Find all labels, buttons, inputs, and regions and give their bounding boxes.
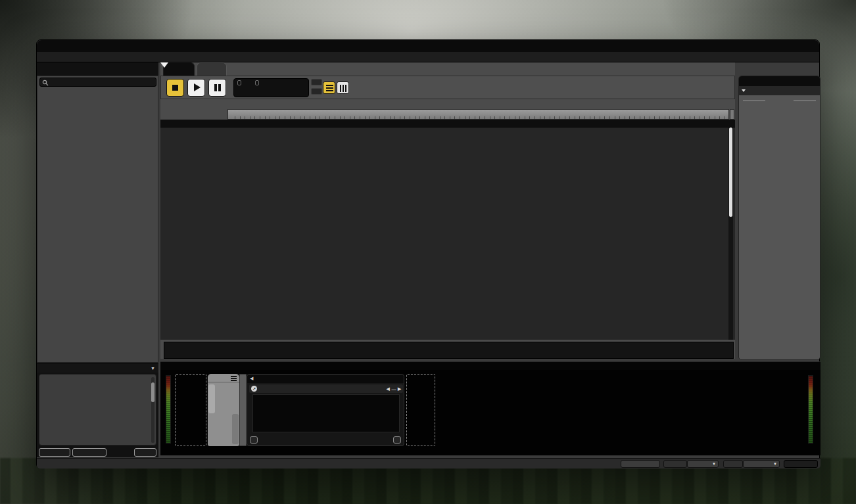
playhead-marker[interactable] [160, 62, 168, 68]
search-input[interactable] [39, 78, 156, 87]
locale-select[interactable]: ▼ [743, 460, 780, 468]
logic-tracks-row [160, 120, 735, 127]
remove-button[interactable] [393, 436, 401, 444]
add-curve-button[interactable] [250, 436, 258, 444]
tags-panel [39, 374, 156, 446]
platform-select[interactable]: ▼ [687, 460, 719, 468]
list-view-icon [326, 85, 333, 86]
new-folder-button[interactable] [72, 448, 107, 457]
timeline-overview-strip[interactable] [164, 342, 734, 359]
pre-tab[interactable] [208, 384, 215, 413]
pager-prev-icon[interactable]: ◀ [387, 386, 390, 391]
columns-view-icon [340, 85, 341, 92]
tracks-vertical-scrollbar[interactable] [728, 127, 733, 340]
automation-graph[interactable] [252, 394, 400, 432]
automation-param-row[interactable]: ↗ ◀ ▶ [249, 384, 403, 393]
new-event-tab[interactable] [197, 62, 227, 76]
chevron-down-icon: ▼ [773, 461, 777, 468]
event-path-bar[interactable]: ▼ [37, 363, 158, 373]
tracks-area [160, 127, 735, 340]
audio-track-deck: ◀ ↗ ◀ ▶ [160, 370, 820, 455]
ruler-minor-ticks [235, 116, 728, 119]
console-view-button[interactable] [337, 81, 349, 94]
collapse-caret-icon [742, 89, 746, 92]
automation-modulation-strip[interactable] [239, 374, 247, 446]
play-button[interactable] [187, 79, 205, 97]
pause-button[interactable] [208, 79, 226, 97]
menu-icon[interactable] [231, 376, 237, 381]
post-tab[interactable] [232, 414, 239, 444]
tags-scrollbar[interactable] [151, 377, 155, 443]
pager-next-icon[interactable]: ▶ [398, 386, 401, 391]
window-button-maximize[interactable] [802, 43, 809, 49]
beats-mode-button[interactable] [255, 80, 259, 85]
parameter-icon: ↗ [251, 386, 257, 392]
automation-header[interactable]: ◀ [247, 375, 404, 383]
input-meter [166, 375, 171, 444]
live-update-button[interactable] [621, 460, 660, 468]
pager-count [391, 389, 396, 390]
deck-header[interactable] [160, 361, 820, 370]
tracks-view-button[interactable] [323, 81, 335, 94]
collapse-left-icon[interactable]: ◀ [250, 376, 253, 381]
output-meter [808, 375, 813, 444]
transport-bar [160, 76, 735, 99]
window-button-minimize[interactable] [791, 43, 797, 49]
platform-label [663, 460, 687, 468]
timeline-ruler[interactable] [227, 109, 729, 120]
chevron-down-icon: ▼ [151, 366, 155, 371]
chevron-down-icon: ▼ [712, 461, 716, 468]
flatten-button[interactable] [134, 448, 156, 457]
loop-playback-button[interactable] [311, 79, 322, 85]
locale-label [723, 460, 743, 468]
menubar [37, 52, 819, 62]
parameters-section-header[interactable] [739, 86, 820, 95]
fmod-studio-window: ▼ [36, 39, 820, 468]
time-display [233, 78, 309, 97]
overview-title[interactable] [739, 76, 820, 86]
editor-panel [160, 62, 735, 359]
ruler-corner-box [730, 109, 734, 120]
play-icon [194, 83, 201, 91]
stop-icon [172, 85, 178, 91]
event-tree [38, 89, 158, 362]
titlebar[interactable] [37, 40, 819, 52]
automation-pager[interactable]: ◀ ▶ [387, 386, 401, 392]
browser-panel: ▼ [37, 62, 158, 457]
post-fader-effects-slot[interactable] [406, 374, 435, 446]
fader-module[interactable] [208, 374, 239, 446]
status-progress-field [784, 460, 818, 468]
automation-panel: ◀ ↗ ◀ ▶ [247, 374, 404, 446]
search-icon [42, 80, 49, 86]
overview-panel [738, 76, 820, 360]
window-button-close[interactable] [813, 43, 820, 49]
time-mode-button[interactable] [237, 80, 241, 85]
pause-icon [214, 84, 217, 91]
scope-divider [739, 95, 820, 104]
pre-fader-effects-slot[interactable] [175, 374, 206, 446]
status-bar: ▼ ▼ [37, 458, 820, 469]
browser-body [37, 76, 158, 363]
follow-playhead-button[interactable] [311, 88, 322, 95]
stop-button[interactable] [166, 79, 184, 97]
new-event-button[interactable] [39, 448, 70, 457]
